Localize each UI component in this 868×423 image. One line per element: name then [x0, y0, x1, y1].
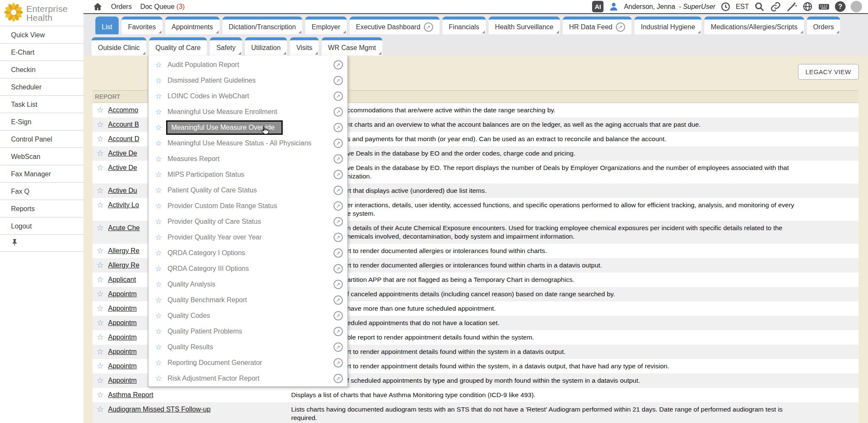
tab-orders[interactable]: Orders	[807, 17, 840, 34]
dropdown-item-meaningful-use-measure-enrollment[interactable]: ☆Meaningful Use Measure Enrollment↗	[148, 104, 348, 120]
favorite-star-icon[interactable]: ☆	[92, 333, 108, 342]
report-link-applicant[interactable]: Applicant	[108, 276, 136, 283]
sidebar-pin-toggle[interactable]	[0, 234, 83, 252]
open-new-window-icon[interactable]: ↗	[334, 280, 343, 289]
report-link-appointm[interactable]: Appointm	[108, 362, 137, 370]
tab-outside-clinic[interactable]: Outside Clinic	[92, 37, 146, 56]
open-new-window-icon[interactable]: ↗	[334, 107, 343, 117]
favorite-star-icon[interactable]: ☆	[155, 311, 162, 320]
tab-dictation-transcription[interactable]: Dictation/Transcription	[223, 17, 303, 34]
open-new-window-icon[interactable]: ↗	[334, 358, 343, 367]
wand-icon[interactable]	[786, 1, 797, 12]
help-icon[interactable]: ?	[835, 1, 846, 12]
open-new-window-icon[interactable]: ↗	[334, 76, 343, 85]
open-new-window-icon[interactable]: ↗	[334, 311, 343, 320]
open-new-window-icon[interactable]: ↗	[334, 342, 343, 352]
ai-badge[interactable]: AI	[592, 1, 604, 12]
favorite-star-icon[interactable]: ☆	[155, 92, 162, 101]
favorite-star-icon[interactable]: ☆	[155, 139, 162, 148]
topbar-link-doc-queue[interactable]: Doc Queue (3)	[140, 3, 185, 11]
tab-industrial-hygiene[interactable]: Industrial Hygiene	[634, 17, 701, 34]
open-new-window-icon[interactable]: ↗	[334, 123, 343, 132]
sidebar-item-logout[interactable]: Logout	[0, 217, 83, 234]
dropdown-item-risk-adjustment-factor-report[interactable]: ☆Risk Adjustment Factor Report↗	[148, 370, 348, 386]
tab-health-surveillance[interactable]: Health Surveillance	[489, 17, 560, 34]
report-link-allergy-re[interactable]: Allergy Re	[108, 262, 139, 269]
open-new-window-icon[interactable]: ↗	[334, 374, 343, 383]
favorite-star-icon[interactable]: ☆	[92, 276, 108, 284]
report-link-appointm[interactable]: Appointm	[108, 334, 137, 341]
open-new-window-icon[interactable]: ↗	[334, 92, 343, 101]
link-icon[interactable]	[770, 1, 781, 12]
clock-icon[interactable]	[721, 2, 731, 12]
favorite-star-icon[interactable]: ☆	[155, 186, 162, 195]
report-link-appointm[interactable]: Appointm	[108, 305, 137, 312]
open-new-window-icon[interactable]: ↗	[334, 295, 343, 305]
tab-appointments[interactable]: Appointments	[165, 17, 220, 34]
open-new-window-icon[interactable]: ↗	[334, 217, 343, 226]
report-link-appointm[interactable]: Appointm	[108, 290, 137, 298]
avatar-circle[interactable]	[851, 1, 862, 12]
favorite-star-icon[interactable]: ☆	[92, 186, 108, 195]
dropdown-item-quality-benchmark-report[interactable]: ☆Quality Benchmark Report↗	[148, 292, 348, 308]
dropdown-item-dismissed-patient-guidelines[interactable]: ☆Dismissed Patient Guidelines↗	[148, 72, 348, 88]
open-new-window-icon[interactable]: ↗	[334, 264, 343, 273]
report-link-audiogram-missed-sts-follow-up[interactable]: Audiogram Missed STS Follow-up	[108, 406, 211, 413]
favorite-star-icon[interactable]: ☆	[92, 224, 108, 241]
tab-list[interactable]: List	[95, 17, 119, 34]
report-link-asthma-report[interactable]: Asthma Report	[108, 391, 153, 398]
favorite-star-icon[interactable]: ☆	[92, 362, 108, 370]
open-new-window-icon[interactable]: ↗	[334, 248, 343, 258]
favorite-star-icon[interactable]: ☆	[155, 170, 162, 179]
legacy-view-button[interactable]: LEGACY VIEW	[798, 64, 859, 80]
tab-quality-of-care[interactable]: Quality of Care	[149, 37, 207, 56]
report-link-appointm[interactable]: Appointm	[108, 319, 137, 326]
dropdown-item-quality-patient-problems[interactable]: ☆Quality Patient Problems↗	[148, 323, 348, 339]
open-new-window-icon[interactable]: ↗	[334, 60, 343, 70]
open-new-window-icon[interactable]: ↗	[334, 139, 343, 148]
favorite-star-icon[interactable]: ☆	[155, 154, 162, 164]
report-link-appointm[interactable]: Appointm	[108, 348, 137, 355]
dropdown-item-qrda-category-iii-options[interactable]: ☆QRDA Category III Options↗	[148, 261, 348, 276]
open-new-window-icon[interactable]: ↗	[334, 170, 343, 179]
tab-safety[interactable]: Safety	[210, 37, 242, 56]
favorite-star-icon[interactable]: ☆	[92, 149, 108, 158]
favorite-star-icon[interactable]: ☆	[155, 123, 162, 132]
favorite-star-icon[interactable]: ☆	[155, 374, 162, 383]
sidebar-item-checkin[interactable]: Checkin	[0, 61, 83, 78]
open-new-window-icon[interactable]: ↗	[334, 233, 343, 242]
sidebar-item-task-list[interactable]: Task List	[0, 95, 83, 113]
sidebar-item-quick-view[interactable]: Quick View	[0, 26, 83, 43]
favorite-star-icon[interactable]: ☆	[92, 135, 108, 143]
tab-hr-data-feed[interactable]: HR Data Feed↗	[563, 17, 632, 34]
tab-executive-dashboard[interactable]: Executive Dashboard↗	[350, 17, 440, 34]
favorite-star-icon[interactable]: ☆	[92, 201, 108, 218]
report-link-active-de[interactable]: Active De	[108, 164, 137, 171]
tab-utilization[interactable]: Utilization	[245, 37, 287, 56]
favorite-star-icon[interactable]: ☆	[92, 304, 108, 313]
favorite-star-icon[interactable]: ☆	[155, 60, 162, 70]
open-new-window-icon[interactable]: ↗	[334, 327, 343, 336]
user-name[interactable]: Anderson, Jenna	[624, 3, 675, 10]
report-link-allergy-re[interactable]: Allergy Re	[108, 247, 139, 254]
dropdown-item-patient-quality-of-care-status[interactable]: ☆Patient Quality of Care Status↗	[148, 182, 348, 198]
favorite-star-icon[interactable]: ☆	[155, 264, 162, 273]
sidebar-item-e-chart[interactable]: E-Chart	[0, 43, 83, 61]
favorite-star-icon[interactable]: ☆	[155, 342, 162, 352]
report-link-accommo[interactable]: Accommo	[108, 106, 138, 114]
favorite-star-icon[interactable]: ☆	[92, 120, 108, 129]
report-link-active-de[interactable]: Active De	[108, 150, 137, 157]
dropdown-item-mips-participation-status[interactable]: ☆MIPS Participation Status↗	[148, 167, 348, 182]
dropdown-item-meaningful-use-measure-override[interactable]: ☆Meaningful Use Measure Override↗	[148, 120, 348, 135]
sidebar-item-fax-manager[interactable]: Fax Manager	[0, 165, 83, 182]
report-link-account-d[interactable]: Account D	[108, 135, 139, 142]
favorite-star-icon[interactable]: ☆	[155, 76, 162, 85]
globe-icon[interactable]	[802, 1, 813, 12]
favorite-star-icon[interactable]: ☆	[92, 290, 108, 298]
dropdown-item-meaningful-use-measure-status-all-physicians[interactable]: ☆Meaningful Use Measure Status - All Phy…	[148, 135, 348, 151]
favorite-star-icon[interactable]: ☆	[155, 327, 162, 336]
keyboard-icon[interactable]	[818, 1, 830, 13]
favorite-star-icon[interactable]: ☆	[155, 358, 162, 367]
favorite-star-icon[interactable]: ☆	[92, 376, 108, 385]
topbar-link-orders[interactable]: Orders	[111, 3, 132, 11]
